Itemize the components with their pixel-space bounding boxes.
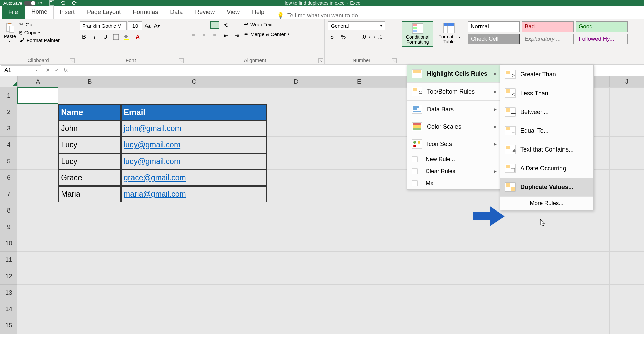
cell-J9[interactable] (610, 219, 644, 235)
cell-B5[interactable]: Lucy (58, 153, 121, 170)
cell-E8[interactable] (325, 202, 393, 219)
row-header-5[interactable]: 5 (0, 153, 17, 170)
style-followed-hyperlink[interactable]: Followed Hy... (576, 34, 628, 44)
number-dialog-launcher[interactable]: ↘ (392, 58, 397, 63)
cell-G15[interactable] (447, 317, 501, 334)
increase-font-icon[interactable]: A▴ (144, 22, 152, 30)
select-all-corner[interactable] (0, 76, 18, 87)
email-link[interactable]: grace@gmail.com (124, 173, 186, 182)
cell-I11[interactable] (555, 252, 610, 268)
col-header-C[interactable]: C (121, 76, 267, 87)
cell-I9[interactable] (555, 219, 610, 235)
cell-C6[interactable]: grace@gmail.com (121, 170, 267, 186)
cell-A8[interactable] (17, 202, 58, 219)
decrease-decimal-button[interactable]: ←.0 (374, 33, 382, 41)
cell-F9[interactable] (393, 219, 447, 235)
style-good[interactable]: Good (576, 21, 628, 32)
cell-G14[interactable] (447, 301, 501, 317)
cell-H10[interactable] (501, 235, 556, 252)
row-header-10[interactable]: 10 (0, 235, 17, 252)
paste-button[interactable]: Paste ▾ (3, 21, 17, 44)
email-link[interactable]: john@gmail.com (124, 124, 181, 133)
cell-D10[interactable] (267, 235, 325, 252)
cell-B6[interactable]: Grace (58, 170, 121, 186)
less-than-item[interactable]: < Less Than... (500, 84, 593, 103)
cell-E12[interactable] (325, 268, 393, 285)
cell-B10[interactable] (58, 235, 121, 252)
font-color-button[interactable]: A (133, 33, 142, 41)
cell-E3[interactable] (325, 120, 393, 137)
redo-icon[interactable] (72, 0, 77, 6)
cell-B4[interactable]: Lucy (58, 137, 121, 153)
cell-I14[interactable] (555, 301, 610, 317)
increase-indent-button[interactable]: ⇥ (232, 32, 241, 39)
col-header-B[interactable]: B (58, 76, 121, 87)
review-tab[interactable]: Review (189, 5, 221, 19)
cell-D15[interactable] (267, 317, 325, 334)
italic-button[interactable]: I (91, 33, 99, 41)
cell-F10[interactable] (393, 235, 447, 252)
borders-button[interactable] (112, 33, 120, 41)
cell-C10[interactable] (121, 235, 267, 252)
email-link[interactable]: lucy@gmail.com (124, 157, 180, 166)
cell-D5[interactable] (267, 153, 325, 170)
decrease-font-icon[interactable]: A▾ (153, 22, 161, 30)
cell-A2[interactable] (17, 104, 58, 120)
number-format-dropdown[interactable]: General▾ (328, 21, 385, 30)
cell-H13[interactable] (501, 285, 556, 301)
cell-C9[interactable] (121, 219, 267, 235)
cell-D14[interactable] (267, 301, 325, 317)
cell-D2[interactable] (267, 104, 325, 120)
cell-C5[interactable]: lucy@gmail.com (121, 153, 267, 170)
cell-C12[interactable] (121, 268, 267, 285)
cell-J12[interactable] (610, 268, 644, 285)
more-rules-item[interactable]: More Rules... (500, 196, 593, 210)
enter-icon[interactable]: ✓ (55, 67, 59, 73)
align-top-button[interactable]: ≡ (189, 21, 198, 29)
cell-D13[interactable] (267, 285, 325, 301)
tell-me-search[interactable]: 💡 Tell me what you want to do (277, 12, 358, 19)
cell-F15[interactable] (393, 317, 447, 334)
data-bars-item[interactable]: Data Bars ▶ (407, 101, 500, 118)
cell-F12[interactable] (393, 268, 447, 285)
cell-B15[interactable] (58, 317, 121, 334)
cell-E11[interactable] (325, 252, 393, 268)
cell-I10[interactable] (555, 235, 610, 252)
cell-B13[interactable] (58, 285, 121, 301)
cell-C2[interactable]: Email (121, 104, 267, 120)
manage-rules-item[interactable]: Ma (407, 177, 500, 189)
copy-button[interactable]: ⎘Copy▾ (19, 29, 60, 35)
undo-icon[interactable] (60, 0, 66, 6)
cell-B9[interactable] (58, 219, 121, 235)
row-header-9[interactable]: 9 (0, 219, 17, 235)
cell-D12[interactable] (267, 268, 325, 285)
cell-J7[interactable] (610, 186, 644, 202)
cell-C7[interactable]: maria@gmail.com (121, 186, 267, 202)
wrap-text-button[interactable]: ↩Wrap Text (244, 21, 289, 27)
cell-J8[interactable] (610, 202, 644, 219)
cell-G13[interactable] (447, 285, 501, 301)
cell-J3[interactable] (610, 120, 644, 137)
page-layout-tab[interactable]: Page Layout (81, 5, 127, 19)
cell-E1[interactable] (325, 87, 393, 104)
cell-B3[interactable]: John (58, 120, 121, 137)
cell-A4[interactable] (17, 137, 58, 153)
cell-E13[interactable] (325, 285, 393, 301)
cell-D4[interactable] (267, 137, 325, 153)
row-header-14[interactable]: 14 (0, 301, 17, 317)
merge-center-button[interactable]: ⬌Merge & Center▾ (244, 31, 289, 37)
cell-A11[interactable] (17, 252, 58, 268)
cell-H15[interactable] (501, 317, 556, 334)
cell-A12[interactable] (17, 268, 58, 285)
toggle-switch[interactable] (24, 1, 36, 6)
color-scales-item[interactable]: Color Scales ▶ (407, 118, 500, 135)
cut-button[interactable]: ✂Cut (19, 21, 60, 27)
top-bottom-rules-item[interactable]: 10 Top/Bottom Rules ▶ (407, 83, 500, 101)
format-painter-button[interactable]: 🖌Format Painter (19, 37, 60, 43)
cell-C4[interactable]: lucy@gmail.com (121, 137, 267, 153)
col-header-D[interactable]: D (267, 76, 325, 87)
row-header-15[interactable]: 15 (0, 317, 17, 334)
row-header-11[interactable]: 11 (0, 252, 17, 268)
file-tab[interactable]: File (2, 5, 25, 19)
cell-A9[interactable] (17, 219, 58, 235)
